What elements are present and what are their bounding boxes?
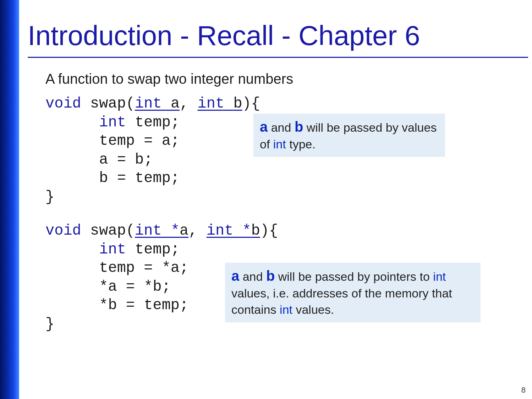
keyword-void: void [45, 95, 81, 112]
param-var-b: b [251, 222, 260, 239]
title-underline [28, 57, 528, 58]
param-var-b: b [233, 95, 242, 112]
slide-title: Introduction - Recall - Chapter 6 [28, 20, 420, 52]
code-text: , [180, 95, 197, 112]
code-line: } [45, 316, 54, 333]
callout-text: will be passed by pointers to [275, 270, 433, 283]
keyword-int: int [99, 241, 126, 258]
param-type-int-b: int [198, 95, 234, 112]
slide-subtitle: A function to swap two integer numbers [45, 71, 293, 87]
callout-text: values, i.e. addresses of the memory tha… [231, 286, 452, 316]
callout-text: type. [286, 137, 316, 151]
param-type-intptr-a: int * [135, 222, 180, 239]
side-accent-bar [0, 0, 19, 399]
callout-var-b: b [295, 119, 303, 135]
slide-content: Introduction - Recall - Chapter 6 A func… [19, 0, 532, 399]
callout-var-a: a [231, 268, 239, 284]
callout-keyword-int: int [280, 303, 292, 316]
page-number: 8 [521, 386, 526, 395]
code-line: b = temp; [45, 170, 180, 187]
code-line: temp = a; [45, 132, 180, 149]
callout-keyword-int: int [433, 270, 446, 283]
code-text: swap( [90, 95, 135, 112]
keyword-int: int [99, 114, 126, 131]
param-var-a: a [180, 222, 188, 239]
callout-pass-by-pointer: a and b will be passed by pointers to in… [225, 263, 481, 322]
callout-keyword-int: int [273, 137, 286, 151]
param-type-int-a: int [135, 95, 171, 112]
code-line: temp = *a; [45, 259, 188, 277]
code-line: *b = temp; [45, 297, 188, 314]
code-text: temp; [126, 114, 180, 131]
callout-text: and [268, 121, 295, 134]
code-text: ){ [242, 95, 260, 112]
code-line: } [45, 188, 54, 206]
code-text: temp; [126, 241, 180, 258]
code-block-swap-by-value: void swap(int a, int b){ int temp; temp … [45, 94, 260, 206]
code-text: , [188, 222, 206, 239]
callout-text: values. [292, 303, 334, 316]
callout-pass-by-value: a and b will be passed by values of int … [253, 114, 445, 157]
param-var-a: a [171, 95, 180, 112]
callout-var-a: a [260, 119, 268, 135]
keyword-void: void [45, 222, 81, 239]
callout-text: and [239, 270, 266, 283]
callout-var-b: b [266, 268, 275, 284]
code-text: swap( [90, 222, 135, 239]
param-type-intptr-b: int * [207, 222, 251, 239]
code-text: ){ [260, 222, 278, 239]
code-line: *a = *b; [45, 278, 171, 295]
code-line: a = b; [45, 151, 153, 168]
